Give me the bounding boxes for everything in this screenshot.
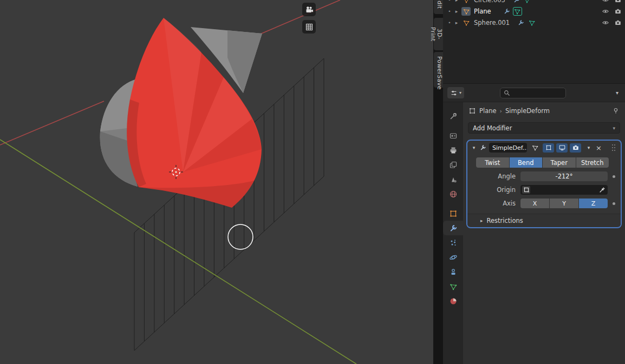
camera-icon[interactable] [614, 0, 622, 4]
animate-axis-dot[interactable] [608, 202, 620, 205]
tool-icon [449, 112, 458, 121]
toggle-render[interactable] [570, 143, 581, 153]
tab-scene[interactable] [443, 172, 463, 187]
axis-label: Axis [472, 200, 520, 207]
angle-value-field[interactable]: -212° [520, 171, 608, 181]
sidebar-tab-label: Edit [437, 0, 443, 9]
sidebar-tab-label: 3D-Print [430, 27, 443, 42]
edit-mode-icon [545, 144, 552, 151]
simpledeform-modifier-panel: ▾ SimpleDef... [466, 140, 622, 228]
tab-output[interactable] [443, 143, 463, 157]
search-input[interactable] [513, 89, 562, 96]
mesh-object-icon [463, 0, 470, 4]
tab-world[interactable] [443, 187, 463, 201]
tab-tool[interactable] [443, 109, 463, 123]
properties-content: Plane › SimpleDeform Add Modifier ▾ ▾ S [463, 102, 625, 364]
properties-tab-column [443, 102, 463, 364]
modifier-wrench-icon [479, 144, 487, 151]
disclosure-icon[interactable]: ▸ [454, 20, 459, 25]
modifier-wrench-icon [513, 0, 520, 4]
search-box[interactable] [500, 88, 566, 98]
tab-render[interactable] [443, 128, 463, 143]
editor-type-button[interactable]: ▾ [447, 87, 464, 98]
tab-particles[interactable] [443, 235, 463, 250]
camera-view-button[interactable] [302, 3, 316, 16]
3d-viewport[interactable] [0, 0, 433, 364]
tab-constraints[interactable] [443, 264, 463, 279]
origin-object-field[interactable] [520, 185, 608, 195]
sidebar-tab-3d-print[interactable]: 3D-Print [434, 18, 443, 50]
close-icon[interactable]: × [594, 144, 603, 152]
chevron-down-icon: ▾ [459, 90, 461, 95]
object-name[interactable]: Plane [474, 8, 491, 15]
modifier-name-field[interactable]: SimpleDef... [489, 143, 527, 153]
camera-icon[interactable] [614, 19, 622, 27]
breadcrumb-object[interactable]: Plane [479, 107, 497, 115]
tab-view-layer[interactable] [443, 157, 463, 172]
header-menu-chevron[interactable]: ▾ [614, 89, 621, 97]
mesh-object-icon [463, 19, 470, 27]
tab-object-data[interactable] [443, 279, 463, 294]
collapse-chevron-icon[interactable]: ▾ [471, 145, 477, 150]
physics-icon [449, 253, 458, 262]
object-name[interactable]: Circle.003 [474, 0, 505, 4]
mode-twist-button[interactable]: Twist [476, 157, 509, 168]
restrictions-subpanel-header[interactable]: ▸ Restrictions [467, 214, 621, 227]
outliner-row[interactable]: • ▸ Sphere.001 [443, 17, 625, 28]
outliner: • ▸ Circle.003 • ▸ Plane [443, 0, 625, 84]
toggle-realtime[interactable] [556, 143, 568, 153]
scene-icon [449, 175, 458, 184]
toggle-on-cage[interactable] [529, 143, 541, 153]
object-name[interactable]: Sphere.001 [474, 19, 510, 27]
object-picker-icon[interactable] [522, 186, 530, 194]
mode-taper-button[interactable]: Taper [543, 157, 576, 168]
animate-angle-dot[interactable] [608, 175, 620, 178]
eye-icon[interactable] [602, 19, 609, 27]
eye-icon[interactable] [602, 8, 609, 15]
grid-view-button[interactable] [302, 20, 316, 34]
object-data-icon [449, 282, 458, 291]
material-icon [449, 297, 458, 306]
camera-icon[interactable] [614, 8, 622, 15]
breadcrumb: Plane › SimpleDeform [463, 102, 625, 115]
tab-physics[interactable] [443, 250, 463, 264]
render-icon [449, 131, 458, 140]
breadcrumb-modifier[interactable]: SimpleDeform [505, 107, 550, 115]
mode-bend-button[interactable]: Bend [510, 157, 543, 168]
viewport-scene [0, 0, 433, 364]
eye-icon[interactable] [602, 0, 609, 4]
chevron-down-icon: ▾ [613, 125, 615, 131]
properties-editor: ▾ ▾ [443, 84, 625, 364]
sidebar-tab-edit[interactable]: Edit [434, 0, 443, 14]
tab-modifiers[interactable] [443, 221, 463, 235]
disclosure-icon: ▸ [480, 218, 483, 223]
eyedropper-icon[interactable] [598, 186, 606, 194]
extras-chevron-icon[interactable]: ▾ [585, 145, 592, 150]
drag-grip-icon[interactable] [612, 144, 613, 145]
tab-material[interactable] [443, 294, 463, 308]
modifier-panel-header: ▾ SimpleDef... [467, 141, 621, 155]
angle-row: Angle -212° [472, 171, 620, 181]
sidebar-tab-powersave[interactable]: PowerSave [434, 52, 443, 88]
object-icon [449, 209, 458, 218]
axis-x-button[interactable]: X [520, 198, 549, 208]
particles-icon [449, 239, 458, 247]
mode-stretch-button[interactable]: Stretch [576, 157, 609, 168]
world-icon [449, 190, 458, 198]
blender-window: Edit 3D-Print PowerSave • ▸ Circle.003 • [0, 0, 625, 364]
view-layer-icon [449, 161, 458, 169]
outliner-row[interactable]: • ▸ Plane [443, 5, 625, 17]
modifier-wrench-icon [517, 19, 525, 27]
add-modifier-button[interactable]: Add Modifier ▾ [468, 122, 620, 134]
axis-z-button[interactable]: Z [579, 198, 608, 208]
disclosure-icon[interactable]: ▸ [454, 0, 459, 3]
grid-icon [305, 23, 314, 31]
axis-y-button[interactable]: Y [550, 198, 578, 208]
toggle-edit-mode[interactable] [543, 143, 554, 153]
right-panel: • ▸ Circle.003 • ▸ Plane [443, 0, 625, 364]
disclosure-icon[interactable]: ▸ [454, 9, 459, 14]
search-icon [503, 89, 511, 97]
outliner-row[interactable]: • ▸ Circle.003 [443, 0, 625, 5]
tab-object[interactable] [443, 206, 463, 221]
pin-icon[interactable] [612, 107, 620, 115]
